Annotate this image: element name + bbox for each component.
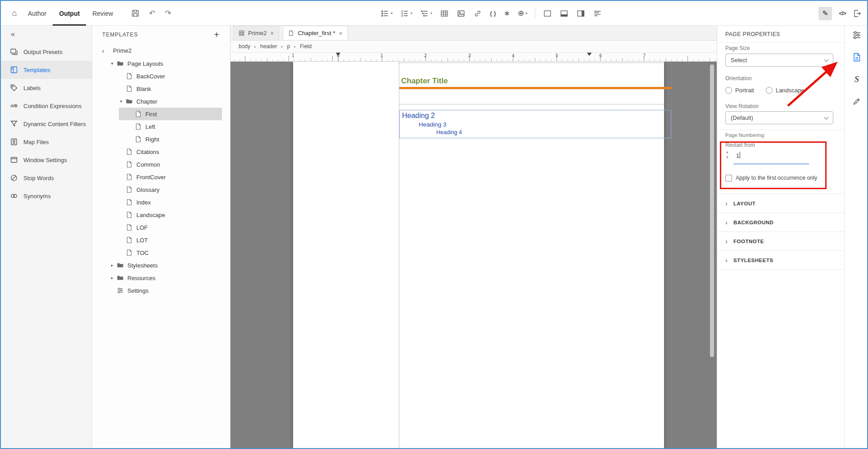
spinner-down-button[interactable]: ▾ — [726, 155, 728, 159]
tab-output[interactable]: Output — [53, 1, 86, 26]
tab-review[interactable]: Review — [86, 1, 119, 26]
tree-item-label: Common — [136, 161, 160, 168]
redo-button[interactable]: ↷ — [165, 9, 171, 17]
view-rotation-select[interactable]: (Default) — [725, 111, 833, 124]
page-icon — [135, 110, 142, 118]
tree-item-toc[interactable]: TOC — [92, 246, 230, 259]
content-properties-button[interactable] — [852, 30, 862, 40]
source-view-button[interactable]: </> — [839, 10, 846, 17]
layout-single-button[interactable] — [543, 9, 552, 18]
undo-button[interactable]: ↶ — [149, 9, 155, 17]
stop-words-icon — [10, 174, 18, 182]
chevron-down-icon: ▾ — [411, 11, 412, 15]
layout-split-right-button[interactable] — [576, 9, 585, 18]
landscape-radio[interactable]: Landscape — [766, 87, 805, 94]
close-tab-icon[interactable]: × — [339, 30, 342, 37]
restart-from-input[interactable] — [734, 151, 806, 160]
tree-item-settings[interactable]: Settings — [92, 284, 230, 297]
home-button[interactable]: ⌂ — [7, 1, 22, 26]
chapter-title-text[interactable]: Chapter Title — [401, 77, 448, 86]
breadcrumb-item-p[interactable]: p — [287, 43, 290, 50]
vertical-scrollbar[interactable] — [710, 64, 714, 357]
insert-variable-button[interactable]: { } — [490, 10, 496, 17]
checkbox-icon — [725, 175, 732, 181]
sidebar-item-synonyms[interactable]: Synonyms — [1, 187, 92, 205]
tree-item-glossary[interactable]: Glossary — [92, 183, 230, 196]
styles-button[interactable]: S — [852, 74, 862, 84]
page-properties-button[interactable] — [852, 52, 862, 62]
insert-table-button[interactable] — [440, 9, 449, 18]
insert-link-button[interactable] — [473, 9, 482, 18]
breadcrumb-item-field[interactable]: Field — [300, 43, 312, 50]
sidebar-item-stop-words[interactable]: Stop Words — [1, 169, 92, 187]
tree-item-common[interactable]: Common — [92, 158, 230, 171]
tree-item-left[interactable]: Left — [92, 120, 230, 133]
review-pen-button[interactable] — [852, 96, 862, 106]
open-output-button[interactable] — [853, 9, 862, 18]
page-canvas[interactable]: Chapter Title Heading 2 Heading 3 Headin… — [293, 62, 664, 448]
bullet-list-button[interactable]: ▾ — [380, 9, 393, 18]
layout-split-bottom-button[interactable] — [560, 9, 569, 18]
sidebar-item-labels[interactable]: Labels — [1, 79, 92, 97]
chevron-down-icon: ▾ — [430, 11, 432, 15]
insert-more-button[interactable]: ⊕▾ — [518, 9, 527, 18]
sidebar-item-templates[interactable]: Templates — [1, 61, 92, 79]
heading2-text[interactable]: Heading 2 — [402, 112, 435, 120]
add-template-button[interactable]: + — [214, 30, 219, 39]
tree-item-lof[interactable]: LOF — [92, 221, 230, 234]
section-footnote[interactable]: ›FOOTNOTE — [717, 231, 844, 250]
header-text-frame[interactable]: Chapter Title Heading 2 Heading 3 Headin… — [399, 63, 672, 448]
tree-item-lot[interactable]: LOT — [92, 234, 230, 246]
doc-tab-prime2[interactable]: Prime2 × — [233, 26, 279, 40]
ruler-margin-marker[interactable] — [587, 53, 592, 56]
portrait-radio[interactable]: Portrait — [725, 87, 754, 94]
doc-tab-chapter-first[interactable]: Chapter_first * × — [283, 26, 348, 40]
restart-from-label: Restart from — [725, 142, 755, 148]
tree-item-page-layouts[interactable]: ▾Page Layouts — [92, 57, 230, 70]
heading3-text[interactable]: Heading 3 — [419, 121, 447, 128]
spinner-up-button[interactable]: ▴ — [726, 150, 728, 154]
sidebar-item-condition-expressions[interactable]: A/BCondition Expressions — [1, 97, 92, 115]
sidebar-item-window-settings[interactable]: Window Settings — [1, 151, 92, 169]
heading4-text[interactable]: Heading 4 — [436, 129, 462, 136]
close-tab-icon[interactable]: × — [270, 30, 274, 37]
section-label: BACKGROUND — [733, 220, 773, 225]
tree-item-landscape[interactable]: Landscape — [92, 209, 230, 221]
tree-item-backcover[interactable]: BackCover — [92, 70, 230, 82]
tree-item-index[interactable]: Index — [92, 196, 230, 209]
insert-snippet-button[interactable]: ∗ — [504, 9, 510, 18]
tree-item-first[interactable]: First — [92, 108, 230, 120]
insert-image-button[interactable] — [457, 9, 466, 18]
multilevel-list-button[interactable]: ▾ — [420, 9, 432, 18]
page-size-select[interactable]: Select — [725, 54, 833, 67]
tree-item-blank[interactable]: Blank — [92, 82, 230, 95]
tree-item-frontcover[interactable]: FrontCover — [92, 171, 230, 183]
tree-item-resources[interactable]: ▸Resources — [92, 272, 230, 284]
section-stylesheets[interactable]: ›STYLESHEETS — [717, 250, 844, 269]
sidebar-item-output-presets[interactable]: Output Presets — [1, 43, 92, 61]
styles-icon: S — [854, 74, 859, 84]
apply-first-occurrence-checkbox[interactable]: Apply to the first occurrence only — [725, 174, 817, 182]
save-button[interactable] — [131, 9, 140, 18]
tree-root-prime2[interactable]: ‹Prime2 — [92, 44, 230, 57]
section-background[interactable]: ›BACKGROUND — [717, 213, 844, 231]
tree-item-stylesheets[interactable]: ▸Stylesheets — [92, 259, 230, 272]
formatting-marks-button[interactable] — [593, 9, 602, 18]
breadcrumb-item-header[interactable]: header — [260, 43, 277, 50]
ruler-margin-marker[interactable] — [336, 53, 340, 56]
tree-item-chapter[interactable]: ▾Chapter — [92, 95, 230, 108]
section-layout[interactable]: ›LAYOUT — [717, 194, 844, 213]
text-caret — [740, 152, 740, 159]
sidebar-item-map-files[interactable]: Map Files — [1, 133, 92, 151]
edit-mode-button[interactable]: ✎ — [818, 7, 832, 20]
breadcrumb-item-body[interactable]: body — [239, 43, 250, 50]
tree-item-citations[interactable]: Citations — [92, 145, 230, 158]
tree-item-right[interactable]: Right — [92, 133, 230, 145]
numbered-list-button[interactable]: ▾ — [400, 9, 412, 18]
headings-field-box[interactable]: Heading 2 Heading 3 Heading 4 — [399, 110, 671, 138]
sidebar-item-dynamic-content-filters[interactable]: Dynamic Content Filters — [1, 115, 92, 133]
doc-tab-label: Prime2 — [248, 30, 267, 36]
section-divider — [717, 130, 844, 130]
tab-author[interactable]: Author — [22, 1, 53, 26]
collapse-sidebar-button[interactable]: « — [1, 26, 92, 43]
